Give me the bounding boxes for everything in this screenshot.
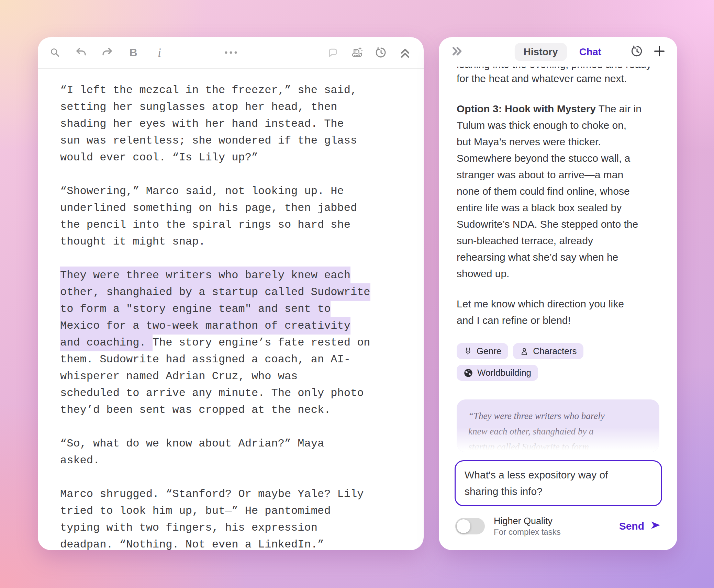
bold-button[interactable]: B <box>126 45 140 60</box>
paragraph: for the heat and whatever came next. <box>457 70 659 87</box>
search-icon <box>49 47 61 58</box>
chat-input-actions: Higher Quality For complex tasks Send <box>439 506 677 537</box>
chat-panel: History Chat <box>439 37 677 550</box>
quote-fade-overlay <box>457 427 659 452</box>
globe-icon <box>464 368 473 378</box>
send-button[interactable]: Send <box>619 519 661 533</box>
bold-icon: B <box>129 47 137 58</box>
undo-icon <box>75 46 87 59</box>
ai-write-button[interactable] <box>350 45 364 60</box>
chip-label: Worldbuilding <box>477 368 531 378</box>
paragraph: They were three writers who barely knew … <box>60 267 408 418</box>
undo-button[interactable] <box>74 45 88 60</box>
plus-icon <box>652 44 666 59</box>
send-label: Send <box>619 520 644 532</box>
paragraph: Let me know which direction you like and… <box>457 296 659 329</box>
chat-tabs: History Chat <box>515 43 601 61</box>
toggle-knob <box>457 519 470 533</box>
typewriter-sparkles-icon <box>350 46 364 59</box>
person-icon <box>520 347 529 356</box>
higher-quality-toggle[interactable] <box>455 518 485 534</box>
comment-bubble-icon <box>327 47 339 58</box>
higher-quality-subtitle: For complex tasks <box>494 527 561 537</box>
editor-panel: B i <box>38 37 424 550</box>
new-chat-button[interactable] <box>652 44 666 59</box>
chip-label: Characters <box>533 346 577 357</box>
comments-button[interactable] <box>326 45 340 60</box>
redo-icon <box>101 46 113 59</box>
chip-label: Genre <box>477 346 501 357</box>
chat-history-button[interactable] <box>631 45 644 59</box>
toolbar-center-group <box>224 37 238 68</box>
chip-worldbuilding[interactable]: Worldbuilding <box>457 365 538 381</box>
ellipsis-icon <box>223 50 238 55</box>
suggestion-chips: Genre Characters <box>457 343 608 381</box>
paragraph: “So, what do we know about Adrian?” Maya… <box>60 435 408 469</box>
paragraph: Marco shrugged. “Stanford? Or maybe Yale… <box>60 486 408 550</box>
collapse-panel-button[interactable] <box>450 44 464 59</box>
chat-header: History Chat <box>439 37 677 67</box>
toolbar-right-group <box>326 37 412 68</box>
tab-history[interactable]: History <box>515 43 567 61</box>
chat-header-actions <box>631 44 666 59</box>
editor-toolbar: B i <box>38 37 424 69</box>
toolbar-left-group: B i <box>48 37 166 68</box>
history-clock-icon <box>375 46 387 59</box>
tulip-icon <box>464 347 472 356</box>
paragraph: Option 3: Hook with Mystery The air in T… <box>457 101 659 282</box>
more-options-button[interactable] <box>224 45 238 60</box>
search-button[interactable] <box>48 45 62 60</box>
chat-input[interactable]: What's a less expository way of sharing … <box>455 460 662 506</box>
app-background: B i <box>0 0 714 588</box>
chip-genre[interactable]: Genre <box>457 343 508 359</box>
chat-message-list[interactable]: leaning into the evening, primed and rea… <box>439 67 677 459</box>
paragraph: “Showering,” Marco said, not looking up.… <box>60 183 408 250</box>
collapse-toolbar-button[interactable] <box>398 45 412 60</box>
paragraph: “I left the mezcal in the freezer,” she … <box>60 82 408 166</box>
document-text-area[interactable]: “I left the mezcal in the freezer,” she … <box>38 69 424 550</box>
assistant-message: for the heat and whatever came next.Opti… <box>457 70 659 342</box>
chip-characters[interactable]: Characters <box>513 343 583 359</box>
italic-icon: i <box>158 46 161 59</box>
double-chevron-right-icon <box>450 44 464 59</box>
higher-quality-labels: Higher Quality For complex tasks <box>494 515 561 537</box>
selection-quote-card: “They were three writers who barely knew… <box>457 399 659 452</box>
history-clock-icon <box>631 45 644 59</box>
send-arrow-icon <box>650 519 661 533</box>
double-chevron-up-icon <box>399 46 412 59</box>
tab-chat[interactable]: Chat <box>579 46 601 58</box>
clipped-message-line: leaning into the evening, primed and rea… <box>457 67 659 70</box>
higher-quality-title: Higher Quality <box>494 515 561 527</box>
redo-button[interactable] <box>100 45 114 60</box>
italic-button[interactable]: i <box>153 45 166 60</box>
version-history-button[interactable] <box>374 45 388 60</box>
